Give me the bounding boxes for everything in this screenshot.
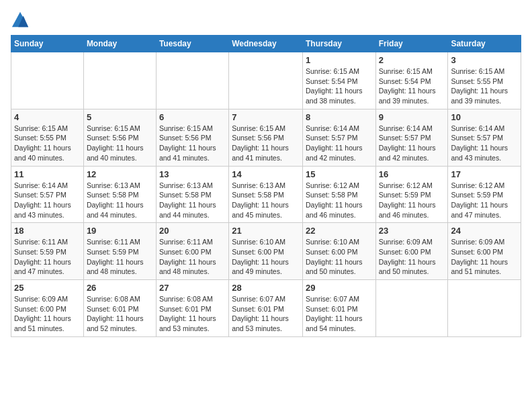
day-cell <box>375 280 448 337</box>
day-info: Sunrise: 6:12 AM Sunset: 5:59 PM Dayligh… <box>451 181 518 220</box>
logo-icon <box>11 11 30 30</box>
day-number: 22 <box>306 226 373 236</box>
day-number: 12 <box>87 169 153 179</box>
day-cell: 2Sunrise: 6:15 AM Sunset: 5:54 PM Daylig… <box>375 52 448 109</box>
week-row-3: 11Sunrise: 6:14 AM Sunset: 5:57 PM Dayli… <box>11 166 521 223</box>
day-cell: 29Sunrise: 6:07 AM Sunset: 6:01 PM Dayli… <box>302 280 375 337</box>
day-info: Sunrise: 6:07 AM Sunset: 6:01 PM Dayligh… <box>306 294 373 334</box>
col-header-thursday: Thursday <box>302 36 375 52</box>
day-number: 25 <box>14 283 81 293</box>
day-cell: 17Sunrise: 6:12 AM Sunset: 5:59 PM Dayli… <box>448 166 521 223</box>
day-info: Sunrise: 6:13 AM Sunset: 5:58 PM Dayligh… <box>87 181 153 220</box>
day-cell: 16Sunrise: 6:12 AM Sunset: 5:59 PM Dayli… <box>375 166 448 223</box>
day-cell <box>448 280 521 337</box>
day-cell: 14Sunrise: 6:13 AM Sunset: 5:58 PM Dayli… <box>229 166 303 223</box>
day-number: 2 <box>379 55 445 65</box>
day-info: Sunrise: 6:14 AM Sunset: 5:57 PM Dayligh… <box>379 124 445 163</box>
day-info: Sunrise: 6:13 AM Sunset: 5:58 PM Dayligh… <box>232 181 300 220</box>
day-number: 23 <box>379 226 445 236</box>
col-header-wednesday: Wednesday <box>229 36 303 52</box>
header-row: SundayMondayTuesdayWednesdayThursdayFrid… <box>11 36 521 52</box>
day-info: Sunrise: 6:12 AM Sunset: 5:59 PM Dayligh… <box>379 181 445 220</box>
day-info: Sunrise: 6:10 AM Sunset: 6:00 PM Dayligh… <box>306 237 373 277</box>
day-number: 9 <box>379 112 445 122</box>
day-cell: 22Sunrise: 6:10 AM Sunset: 6:00 PM Dayli… <box>302 223 375 280</box>
day-number: 17 <box>451 169 518 179</box>
day-cell: 4Sunrise: 6:15 AM Sunset: 5:55 PM Daylig… <box>11 109 84 166</box>
day-cell: 5Sunrise: 6:15 AM Sunset: 5:56 PM Daylig… <box>83 109 156 166</box>
day-info: Sunrise: 6:09 AM Sunset: 6:00 PM Dayligh… <box>14 294 81 334</box>
day-cell: 6Sunrise: 6:15 AM Sunset: 5:56 PM Daylig… <box>156 109 228 166</box>
day-number: 28 <box>232 283 300 293</box>
day-number: 15 <box>306 169 373 179</box>
calendar-table: SundayMondayTuesdayWednesdayThursdayFrid… <box>11 35 521 337</box>
day-number: 3 <box>451 55 518 65</box>
day-cell: 24Sunrise: 6:09 AM Sunset: 6:00 PM Dayli… <box>448 223 521 280</box>
day-info: Sunrise: 6:14 AM Sunset: 5:57 PM Dayligh… <box>451 124 518 163</box>
logo <box>11 11 32 30</box>
day-info: Sunrise: 6:14 AM Sunset: 5:57 PM Dayligh… <box>14 181 81 220</box>
day-number: 7 <box>232 112 300 122</box>
day-cell: 25Sunrise: 6:09 AM Sunset: 6:00 PM Dayli… <box>11 280 84 337</box>
day-cell: 13Sunrise: 6:13 AM Sunset: 5:58 PM Dayli… <box>156 166 228 223</box>
day-cell: 7Sunrise: 6:15 AM Sunset: 5:56 PM Daylig… <box>229 109 303 166</box>
day-cell: 23Sunrise: 6:09 AM Sunset: 6:00 PM Dayli… <box>375 223 448 280</box>
day-cell <box>83 52 156 109</box>
day-cell: 11Sunrise: 6:14 AM Sunset: 5:57 PM Dayli… <box>11 166 84 223</box>
day-cell: 26Sunrise: 6:08 AM Sunset: 6:01 PM Dayli… <box>83 280 156 337</box>
day-info: Sunrise: 6:11 AM Sunset: 5:59 PM Dayligh… <box>87 237 153 277</box>
day-info: Sunrise: 6:15 AM Sunset: 5:54 PM Dayligh… <box>306 66 373 106</box>
day-info: Sunrise: 6:15 AM Sunset: 5:56 PM Dayligh… <box>232 124 300 163</box>
day-info: Sunrise: 6:11 AM Sunset: 5:59 PM Dayligh… <box>14 237 81 277</box>
day-info: Sunrise: 6:08 AM Sunset: 6:01 PM Dayligh… <box>159 294 226 334</box>
day-info: Sunrise: 6:07 AM Sunset: 6:01 PM Dayligh… <box>232 294 300 334</box>
day-number: 21 <box>232 226 300 236</box>
day-cell: 1Sunrise: 6:15 AM Sunset: 5:54 PM Daylig… <box>302 52 375 109</box>
col-header-sunday: Sunday <box>11 36 84 52</box>
day-info: Sunrise: 6:10 AM Sunset: 6:00 PM Dayligh… <box>232 237 300 277</box>
day-info: Sunrise: 6:15 AM Sunset: 5:55 PM Dayligh… <box>451 66 518 106</box>
day-number: 16 <box>379 169 445 179</box>
day-number: 1 <box>306 55 373 65</box>
day-cell: 9Sunrise: 6:14 AM Sunset: 5:57 PM Daylig… <box>375 109 448 166</box>
day-number: 5 <box>87 112 153 122</box>
day-cell: 3Sunrise: 6:15 AM Sunset: 5:55 PM Daylig… <box>448 52 521 109</box>
day-number: 27 <box>159 283 226 293</box>
day-info: Sunrise: 6:14 AM Sunset: 5:57 PM Dayligh… <box>306 124 373 163</box>
day-number: 4 <box>14 112 81 122</box>
day-info: Sunrise: 6:11 AM Sunset: 6:00 PM Dayligh… <box>159 237 226 277</box>
day-cell: 8Sunrise: 6:14 AM Sunset: 5:57 PM Daylig… <box>302 109 375 166</box>
page-header <box>11 11 521 30</box>
day-cell: 21Sunrise: 6:10 AM Sunset: 6:00 PM Dayli… <box>229 223 303 280</box>
day-number: 11 <box>14 169 81 179</box>
day-number: 13 <box>159 169 226 179</box>
day-info: Sunrise: 6:15 AM Sunset: 5:56 PM Dayligh… <box>159 124 226 163</box>
day-cell: 20Sunrise: 6:11 AM Sunset: 6:00 PM Dayli… <box>156 223 228 280</box>
col-header-monday: Monday <box>83 36 156 52</box>
day-info: Sunrise: 6:15 AM Sunset: 5:54 PM Dayligh… <box>379 66 445 106</box>
day-number: 20 <box>159 226 226 236</box>
day-cell: 12Sunrise: 6:13 AM Sunset: 5:58 PM Dayli… <box>83 166 156 223</box>
day-cell <box>11 52 84 109</box>
week-row-4: 18Sunrise: 6:11 AM Sunset: 5:59 PM Dayli… <box>11 223 521 280</box>
day-number: 18 <box>14 226 81 236</box>
week-row-2: 4Sunrise: 6:15 AM Sunset: 5:55 PM Daylig… <box>11 109 521 166</box>
col-header-friday: Friday <box>375 36 448 52</box>
day-cell <box>156 52 228 109</box>
day-cell: 15Sunrise: 6:12 AM Sunset: 5:58 PM Dayli… <box>302 166 375 223</box>
day-number: 29 <box>306 283 373 293</box>
day-info: Sunrise: 6:09 AM Sunset: 6:00 PM Dayligh… <box>451 237 518 277</box>
day-cell: 27Sunrise: 6:08 AM Sunset: 6:01 PM Dayli… <box>156 280 228 337</box>
day-cell: 28Sunrise: 6:07 AM Sunset: 6:01 PM Dayli… <box>229 280 303 337</box>
day-number: 10 <box>451 112 518 122</box>
week-row-1: 1Sunrise: 6:15 AM Sunset: 5:54 PM Daylig… <box>11 52 521 109</box>
day-number: 14 <box>232 169 300 179</box>
day-number: 24 <box>451 226 518 236</box>
day-number: 6 <box>159 112 226 122</box>
day-info: Sunrise: 6:09 AM Sunset: 6:00 PM Dayligh… <box>379 237 445 277</box>
day-info: Sunrise: 6:15 AM Sunset: 5:56 PM Dayligh… <box>87 124 153 163</box>
day-number: 26 <box>87 283 153 293</box>
day-info: Sunrise: 6:15 AM Sunset: 5:55 PM Dayligh… <box>14 124 81 163</box>
day-number: 8 <box>306 112 373 122</box>
col-header-saturday: Saturday <box>448 36 521 52</box>
